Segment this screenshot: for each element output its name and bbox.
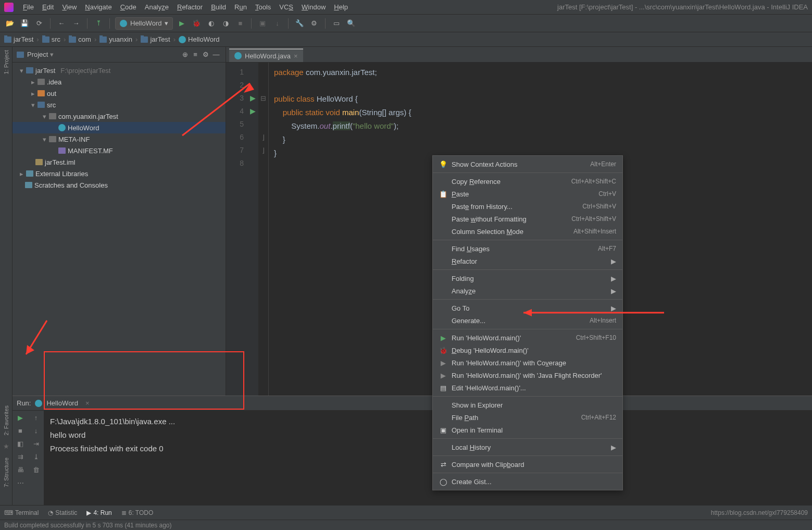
- context-menu-item[interactable]: Refactor▶: [433, 255, 622, 267]
- context-menu-item[interactable]: Local History▶: [433, 441, 622, 453]
- run-line-icon[interactable]: ▶: [247, 105, 258, 118]
- structure-icon[interactable]: ⚙: [308, 18, 320, 29]
- back-icon[interactable]: ←: [56, 18, 67, 29]
- run-console[interactable]: F:\Java\jdk1.8.0_101\bin\java.exe ... he…: [44, 411, 812, 515]
- context-menu-item[interactable]: ▣Open in Terminal: [433, 424, 622, 436]
- tree-node-scratch[interactable]: Scratches and Consoles: [13, 179, 226, 191]
- context-menu-item[interactable]: Paste without FormattingCtrl+Alt+Shift+V: [433, 213, 622, 225]
- expand-icon[interactable]: ▾: [19, 67, 24, 75]
- context-menu-item[interactable]: Go To▶: [433, 302, 622, 314]
- menu-analyze[interactable]: Analyze: [142, 2, 172, 12]
- chevron-down-icon[interactable]: ▾: [50, 51, 54, 58]
- menu-view[interactable]: View: [59, 2, 80, 12]
- crumb[interactable]: HelloWord: [179, 35, 219, 43]
- coverage-icon[interactable]: ◐: [205, 18, 217, 29]
- tab-project[interactable]: 1: Project: [3, 50, 9, 74]
- fold-icon[interactable]: ⊟: [258, 92, 268, 105]
- profiler-icon[interactable]: ◑: [220, 18, 231, 29]
- tree-node-metainf[interactable]: ▾ META-INF: [13, 133, 226, 145]
- context-menu-item[interactable]: ▤Edit 'HelloWord.main()'...: [433, 381, 622, 394]
- stop-icon[interactable]: ■: [234, 18, 246, 29]
- tree-node-iml[interactable]: jarTest.iml: [13, 156, 226, 168]
- context-menu-item[interactable]: ▶Run 'HelloWord.main()' with 'Java Fligh…: [433, 369, 622, 381]
- context-menu-item[interactable]: ▶Run 'HelloWord.main()'Ctrl+Shift+F10: [433, 331, 622, 344]
- stop-icon[interactable]: ■: [18, 427, 22, 435]
- trash-icon[interactable]: 🗑: [33, 466, 40, 474]
- tab-favorites[interactable]: 2: Favorites: [3, 405, 9, 435]
- context-menu-item[interactable]: ⇄Compare with Clipboard: [433, 458, 622, 471]
- more-icon[interactable]: ⋯: [17, 479, 24, 487]
- expand-icon[interactable]: ▸: [30, 90, 35, 97]
- tab-statistic[interactable]: ◔Statistic: [48, 509, 77, 516]
- run-icon[interactable]: ▶: [176, 18, 188, 29]
- menu-file[interactable]: File: [20, 2, 37, 12]
- layout-icon[interactable]: ◧: [17, 440, 23, 448]
- forward-icon[interactable]: →: [70, 18, 82, 29]
- expand-icon[interactable]: ▸: [19, 170, 24, 178]
- tree-node-manifest[interactable]: MANIFEST.MF: [13, 145, 226, 156]
- context-menu-item[interactable]: Copy ReferenceCtrl+Alt+Shift+C: [433, 175, 622, 188]
- up-icon[interactable]: ↑: [34, 414, 38, 422]
- open-icon[interactable]: 📂: [4, 18, 16, 29]
- scroll-icon[interactable]: ⤓: [33, 453, 39, 461]
- context-menu-item[interactable]: Find UsagesAlt+F7: [433, 242, 622, 255]
- crumb[interactable]: jarTest: [141, 35, 170, 43]
- context-menu-item[interactable]: ▶Run 'HelloWord.main()' with Coverage: [433, 356, 622, 369]
- locate-icon[interactable]: ⊕: [180, 51, 190, 58]
- menu-run[interactable]: Run: [231, 2, 250, 12]
- menu-edit[interactable]: Edit: [39, 2, 57, 12]
- down-icon[interactable]: ↓: [34, 427, 38, 435]
- hide-icon[interactable]: —: [211, 51, 221, 58]
- context-menu-item[interactable]: Paste from History...Ctrl+Shift+V: [433, 200, 622, 213]
- menu-navigate[interactable]: Navigate: [82, 2, 115, 12]
- expand-icon[interactable]: ▾: [42, 135, 47, 143]
- tree-node-src[interactable]: ▾ src: [13, 99, 226, 110]
- tab-todo[interactable]: ≣6: TODO: [121, 509, 154, 516]
- context-menu-item[interactable]: Folding▶: [433, 272, 622, 285]
- close-icon[interactable]: ×: [294, 52, 298, 60]
- editor-tab[interactable]: HelloWord.java ×: [229, 48, 303, 62]
- presentation-icon[interactable]: ▭: [331, 18, 342, 29]
- context-menu-item[interactable]: ◯Create Gist...: [433, 475, 622, 488]
- save-icon[interactable]: 💾: [19, 18, 30, 29]
- tab-run[interactable]: ▶4: Run: [86, 509, 111, 516]
- menu-tools[interactable]: Tools: [252, 2, 274, 12]
- menu-help[interactable]: Help: [331, 2, 351, 12]
- crumb[interactable]: yuanxin: [99, 35, 132, 43]
- menu-window[interactable]: Window: [298, 2, 329, 12]
- rerun-icon[interactable]: ▶: [18, 414, 23, 422]
- tree-node-idea[interactable]: ▸ .idea: [13, 76, 226, 88]
- context-menu-item[interactable]: 🐞Debug 'HelloWord.main()': [433, 344, 622, 356]
- context-menu-item[interactable]: Show in Explorer: [433, 399, 622, 411]
- tree-node-extlib[interactable]: ▸ External Libraries: [13, 168, 226, 179]
- close-icon[interactable]: ×: [85, 399, 90, 407]
- crumb[interactable]: src: [42, 35, 60, 43]
- update-icon[interactable]: ↓: [271, 18, 283, 29]
- settings-icon[interactable]: 🔧: [294, 18, 305, 29]
- run-line-icon[interactable]: ▶: [247, 92, 258, 105]
- menu-code[interactable]: Code: [117, 2, 140, 12]
- tab-structure[interactable]: 7: Structure: [3, 458, 9, 487]
- context-menu-item[interactable]: Analyze▶: [433, 285, 622, 297]
- wrap-icon[interactable]: ⇥: [33, 440, 39, 448]
- refresh-icon[interactable]: ⟳: [33, 18, 45, 29]
- pin-icon[interactable]: ⇉: [18, 453, 23, 461]
- expand-icon[interactable]: ▾: [42, 113, 47, 120]
- tree-node-pkg[interactable]: ▾ com.yuanxin.jarTest: [13, 110, 226, 122]
- menu-refactor[interactable]: Refactor: [174, 2, 206, 12]
- crumb[interactable]: com: [69, 35, 91, 43]
- build-icon[interactable]: ⤒: [93, 18, 104, 29]
- expand-icon[interactable]: ▸: [30, 78, 35, 86]
- menu-vcs[interactable]: VCS: [276, 2, 296, 12]
- expand-icon[interactable]: ▾: [30, 101, 35, 109]
- context-menu-item[interactable]: Column Selection ModeAlt+Shift+Insert: [433, 225, 622, 238]
- context-menu-item[interactable]: Generate...Alt+Insert: [433, 314, 622, 327]
- tree-node-out[interactable]: ▸ out: [13, 88, 226, 99]
- tab-terminal[interactable]: ⌨Terminal: [4, 509, 39, 516]
- tree-node-hello[interactable]: HelloWord: [13, 122, 226, 133]
- context-menu-item[interactable]: 📋PasteCtrl+V: [433, 188, 622, 200]
- vcs-icon[interactable]: ▣: [257, 18, 268, 29]
- menu-build[interactable]: Build: [208, 2, 229, 12]
- gear-icon[interactable]: ⚙: [201, 51, 211, 58]
- context-menu-item[interactable]: File PathCtrl+Alt+F12: [433, 411, 622, 424]
